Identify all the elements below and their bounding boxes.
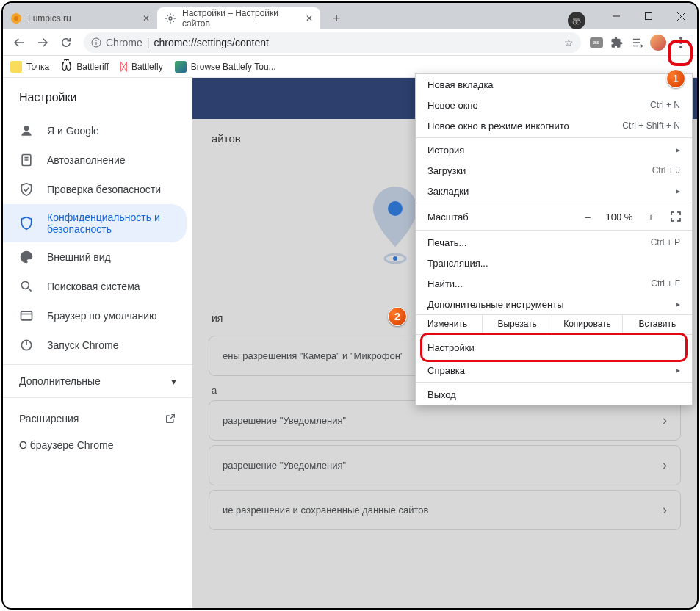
svg-point-25 [388, 201, 403, 216]
menu-new-window[interactable]: Новое окноCtrl + N [416, 95, 692, 115]
settings-sidebar: Настройки Я и Google Автозаполнение Пров… [3, 78, 192, 608]
reload-button[interactable] [56, 32, 76, 53]
minimize-button[interactable] [600, 6, 632, 26]
menu-new-incognito[interactable]: Новое окно в режиме инкогнитоCtrl + Shif… [416, 115, 692, 136]
menu-exit[interactable]: Выход [416, 384, 692, 405]
setting-row-site-data[interactable]: ие разрешения и сохраненные данные сайто… [209, 490, 681, 530]
sidebar-advanced[interactable]: Дополнительные▾ [3, 364, 192, 398]
folder-icon [10, 61, 22, 73]
svg-point-12 [679, 37, 682, 40]
omnibox[interactable]: Chrome | chrome://settings/content ☆ [84, 32, 581, 53]
battlefy-icon [175, 61, 187, 73]
chevron-right-icon: › [663, 413, 667, 428]
browser-icon [19, 308, 34, 323]
fullscreen-button[interactable] [664, 208, 688, 225]
power-icon [19, 338, 34, 352]
menu-downloads[interactable]: ЗагрузкиCtrl + J [416, 160, 692, 181]
sidebar-item-privacy-security[interactable]: Конфиденциальность и безопасность [3, 204, 187, 242]
annotation-badge-1: 1 [666, 69, 685, 88]
annotation-badge-2: 2 [388, 307, 407, 326]
sidebar-item-on-startup[interactable]: Запуск Chrome [3, 330, 187, 360]
sidebar-item-default-browser[interactable]: Браузер по умолчанию [3, 301, 187, 330]
info-icon [91, 37, 101, 48]
setting-row-notifications-1[interactable]: разрешение "Уведомления"› [209, 400, 681, 441]
tab-active-settings[interactable]: Настройки – Настройки сайтов ✕ [157, 7, 320, 29]
menu-settings[interactable]: Настройки [416, 335, 692, 360]
svg-point-4 [576, 20, 580, 24]
svg-point-11 [95, 40, 97, 41]
omnibox-chip: Chrome [106, 37, 142, 48]
menu-paste[interactable]: Вставить [622, 315, 692, 334]
new-tab-button[interactable]: + [326, 11, 347, 26]
zoom-out-button[interactable]: – [574, 212, 601, 223]
star-icon[interactable]: ☆ [564, 37, 574, 48]
titlebar: Lumpics.ru ✕ Настройки – Настройки сайто… [3, 3, 697, 29]
close-tab-icon[interactable]: ✕ [142, 13, 150, 24]
svg-line-20 [29, 289, 32, 292]
avatar[interactable] [650, 35, 666, 51]
tab-strip: Lumpics.ru ✕ Настройки – Настройки сайто… [3, 3, 568, 29]
bookmark-tochka[interactable]: Точка [10, 61, 49, 73]
settings-favicon [165, 12, 176, 24]
sidebar-item-you-and-google[interactable]: Я и Google [3, 116, 187, 145]
menu-zoom: Масштаб – 100 % + [416, 205, 692, 228]
close-window-button[interactable] [665, 6, 697, 26]
highlight-frame-1 [668, 40, 693, 66]
menu-new-tab[interactable]: Новая вкладка [416, 74, 692, 95]
menu-print[interactable]: Печать...Ctrl + P [416, 232, 692, 253]
sidebar-item-safety-check[interactable]: Проверка безопасности [3, 175, 187, 204]
sidebar-item-search-engine[interactable]: Поисковая система [3, 272, 187, 301]
menu-find[interactable]: Найти...Ctrl + F [416, 273, 692, 294]
bookmark-battleriff[interactable]: ѾBattleriff [61, 59, 109, 73]
tab-background-lumpics[interactable]: Lumpics.ru ✕ [3, 7, 157, 29]
lumpics-favicon [10, 12, 22, 24]
maximize-button[interactable] [632, 6, 665, 26]
svg-point-2 [169, 17, 172, 20]
toolbar: Chrome | chrome://settings/content ☆ as [3, 29, 697, 56]
submenu-arrow-icon: ▸ [676, 145, 680, 155]
ext-music-icon[interactable] [629, 35, 646, 51]
submenu-arrow-icon: ▸ [676, 365, 680, 375]
battleriff-icon: Ѿ [61, 59, 72, 73]
zoom-percent: 100 % [601, 212, 638, 223]
menu-more-tools[interactable]: Дополнительные инструменты▸ [416, 294, 692, 314]
menu-edit-row: Изменить Вырезать Копировать Вставить [416, 314, 692, 335]
menu-cast[interactable]: Трансляция... [416, 253, 692, 273]
forward-button[interactable] [32, 32, 53, 53]
ext-lastfm-icon[interactable]: as [588, 35, 605, 51]
svg-point-19 [21, 281, 29, 289]
close-tab-icon[interactable]: ✕ [306, 13, 313, 24]
bookmark-battlefy[interactable]: Browse Battlefy Tou... [175, 61, 276, 73]
chevron-right-icon: › [663, 502, 667, 518]
extensions-icon[interactable] [609, 35, 625, 51]
omnibox-url: chrome://settings/content [154, 37, 268, 48]
search-icon [19, 279, 34, 294]
svg-rect-6 [646, 13, 652, 20]
bookmark-battlefly[interactable]: ᛞBattlefly [120, 60, 163, 73]
menu-history[interactable]: История▸ [416, 140, 692, 160]
shield-check-icon [19, 182, 34, 197]
svg-point-27 [393, 256, 397, 261]
svg-rect-21 [21, 311, 32, 320]
zoom-in-button[interactable]: + [638, 212, 664, 223]
profile-indicator[interactable] [568, 12, 585, 29]
svg-point-1 [14, 16, 18, 21]
chrome-menu: Новая вкладка Новое окноCtrl + N Новое о… [415, 73, 693, 405]
menu-help[interactable]: Справка▸ [416, 360, 692, 380]
sidebar-item-about[interactable]: О браузере Chrome [3, 432, 192, 458]
back-button[interactable] [9, 32, 29, 53]
menu-cut[interactable]: Вырезать [482, 315, 552, 334]
sidebar-item-appearance[interactable]: Внешний вид [3, 242, 187, 272]
menu-bookmarks[interactable]: Закладки▸ [416, 181, 692, 201]
menu-copy[interactable]: Копировать [552, 315, 621, 334]
chevron-down-icon: ▾ [171, 375, 176, 387]
battlefly-icon: ᛞ [120, 60, 127, 73]
location-icon [369, 185, 422, 266]
sidebar-item-extensions[interactable]: Расширения [3, 405, 192, 432]
sidebar-title: Настройки [3, 91, 192, 116]
chevron-right-icon: › [663, 458, 667, 473]
shield-icon [19, 216, 34, 231]
svg-point-15 [24, 126, 29, 131]
setting-row-notifications-2[interactable]: разрешение "Уведомления"› [209, 445, 681, 485]
sidebar-item-autofill[interactable]: Автозаполнение [3, 145, 187, 175]
